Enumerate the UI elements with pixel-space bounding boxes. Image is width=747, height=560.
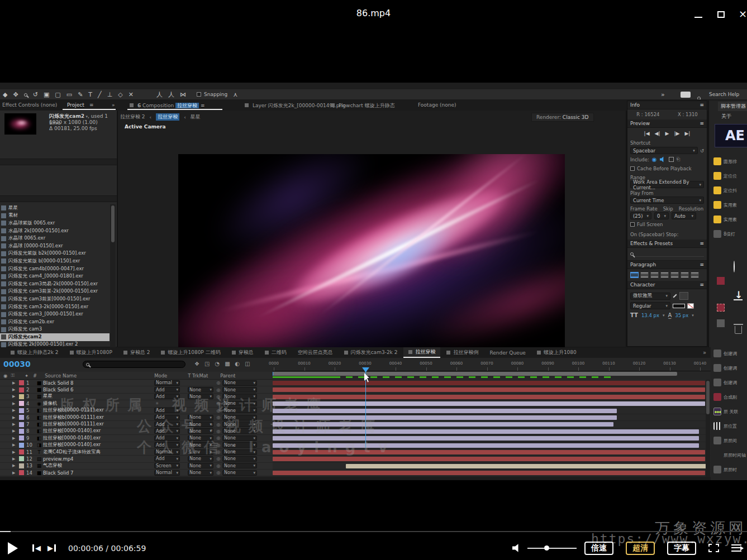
quality-button[interactable]: 超清 [626,542,655,555]
expand-arrow-icon[interactable]: ▶ [12,387,19,392]
layer-color-swatch[interactable] [19,463,24,468]
layer-duration-bar[interactable] [273,395,705,399]
project-search-strip[interactable] [0,159,117,165]
tab-flowchart[interactable]: Flowchart 螺旋上升静态 [331,102,395,109]
play-from-select[interactable]: Current Time▾ [630,197,704,204]
project-list-item[interactable]: 水晶球 0065.exr [0,234,110,242]
layer-color-swatch[interactable] [19,422,24,427]
project-list-item[interactable]: 闪烁发光紫版 b2k[0000-0150].exr [0,250,110,258]
playlist-icon[interactable] [731,544,741,552]
sync-icon[interactable] [681,92,691,98]
align-icon[interactable]: ⋏ [233,91,237,98]
minimize-button[interactable] [694,17,702,18]
tab-effect-controls[interactable]: Effect Controls (none) [2,102,57,108]
fill-color-swatch[interactable] [679,292,688,300]
project-list-item[interactable]: 闪烁发光 cam3前景-2k[0000-0150].exr [0,288,110,296]
script-tool-item[interactable]: 定位位 [709,169,747,183]
timeline-tab[interactable]: 螺旋上升静态2k 2 [6,347,64,358]
draft3d-icon[interactable]: ◳ [204,361,210,367]
layer-duration-bar[interactable] [273,387,705,392]
parent-select[interactable]: None▾ [222,463,257,468]
pickwhip-icon[interactable]: ◎ [215,463,222,468]
layer-color-swatch[interactable] [19,470,24,475]
script-tool-item[interactable]: 合成副 [709,390,747,404]
speed-button[interactable]: 倍速 [584,542,613,555]
layer-row[interactable]: ▶ 1 ■ Black Solid 8 Normal▾ ▾ ◎ None▾ [0,380,273,386]
layer-color-swatch[interactable] [19,429,24,434]
frame-rate-select[interactable]: (25)▾ [630,212,651,219]
blend-mode-select[interactable]: Add▾ [154,387,180,393]
prev-video-button[interactable]: ◀ [32,544,41,552]
last-frame-icon[interactable]: ▶| [684,131,690,136]
tabs-overflow-icon[interactable]: » [703,350,706,356]
script-tool-item[interactable]: 圆形排 [709,154,747,169]
project-list-item[interactable]: 闪烁发光cam2 [0,333,110,341]
layer-color-swatch[interactable] [19,401,24,406]
timeline-ruler[interactable]: 0000000100002000030000400005000060000700… [273,360,711,371]
overlays-include-icon[interactable] [669,157,674,162]
volume-slider[interactable] [527,548,577,549]
stroke-black-swatch[interactable] [673,304,685,308]
parent-select[interactable]: None▾ [222,387,257,393]
font-style-select[interactable]: Regular▾ [630,302,670,309]
timeline-scrollbar[interactable] [706,380,710,477]
expand-arrow-icon[interactable]: ▶ [12,429,19,433]
trkmat-column[interactable]: T TrkMat [188,373,220,379]
blend-mode-select[interactable]: Normal▾ [154,470,180,476]
full-screen-checkbox[interactable] [630,222,635,227]
paragraph-panel-header[interactable]: Paragraph≡ [627,261,707,269]
effects-presets-header[interactable]: Effects & Presets≡ [627,240,707,248]
info-panel-header[interactable]: Info≡ [627,101,707,109]
timeline-tab[interactable]: 拉丝穿梭 [403,347,440,358]
layer-row[interactable]: ▶ 2 ■ Black Solid 6 Add▾ None▾ ◎ None▾ [0,386,273,393]
script-tool-item[interactable]: 层 关联 [709,404,747,419]
search-help-label[interactable]: Search Help [709,92,739,97]
seek-bar[interactable] [0,531,747,532]
close-button[interactable]: × [739,8,747,20]
next-video-button[interactable]: ▶ [47,544,56,552]
reset-icon[interactable]: ↺ [700,148,704,154]
trkmat-select[interactable]: None▾ [188,387,213,393]
project-list-item[interactable]: 闪烁发光 cam3-2k[0000-0150].exr [0,303,110,311]
character-panel-header[interactable]: Character≡ [627,281,707,289]
fullscreen-icon[interactable] [708,544,719,552]
shortcut-select[interactable]: Spacebar▾ [630,147,698,154]
mask-tool-icon[interactable]: ▭ [66,91,72,98]
justify-last-right-button[interactable] [681,272,689,278]
layer-duration-bar[interactable] [273,471,705,475]
expand-arrow-icon[interactable]: ▶ [12,394,19,399]
zoom-tool-icon[interactable] [24,91,27,98]
leading-value[interactable]: 35 px [675,313,688,318]
timeline-tab[interactable]: 二维码 [260,347,292,358]
pickwhip-icon[interactable]: ◎ [215,380,222,385]
play-icon[interactable]: ▶ [665,131,669,136]
expand-arrow-icon[interactable]: ▶ [12,450,19,454]
expand-arrow-icon[interactable]: ▶ [12,436,19,441]
align-right-button[interactable] [650,272,659,278]
parent-select[interactable]: None▾ [222,380,257,386]
project-list-item[interactable]: 闪烁发光 cam3前景[0000-0150].exr [0,295,110,303]
project-scrollbar[interactable] [110,204,116,363]
prev-frame-icon[interactable]: ◀| [655,131,660,136]
viewer-tab-3[interactable]: 星星 [191,113,201,121]
maximize-button[interactable] [717,11,725,18]
expand-arrow-icon[interactable]: ▶ [12,463,19,468]
parent-select[interactable]: None▾ [222,470,257,476]
preset-icon[interactable] [717,304,725,312]
about-link[interactable]: 关于 [721,113,731,120]
trkmat-select[interactable]: None▾ [188,470,213,476]
expand-arrow-icon[interactable]: ▶ [12,471,19,475]
layer-duration-bar[interactable] [346,464,708,468]
eyedropper-icon[interactable] [673,294,677,298]
motion-blur-icon[interactable]: ◐ [235,361,240,367]
pan-behind-tool-icon[interactable]: ▢ [55,91,60,98]
puppet-advanced-tool-icon[interactable]: 人 [168,90,174,99]
align-left-button[interactable] [630,272,639,278]
expand-arrow-icon[interactable]: ▶ [12,443,19,447]
layer-color-swatch[interactable] [19,456,24,461]
project-list-item[interactable]: 闪烁发光 cam3 [0,326,110,334]
project-panel-menu-icon[interactable]: ≡ [89,102,94,108]
expand-arrow-icon[interactable]: ▶ [12,457,19,461]
layer-color-swatch[interactable] [19,387,24,393]
trkmat-select[interactable]: None▾ [188,463,213,468]
